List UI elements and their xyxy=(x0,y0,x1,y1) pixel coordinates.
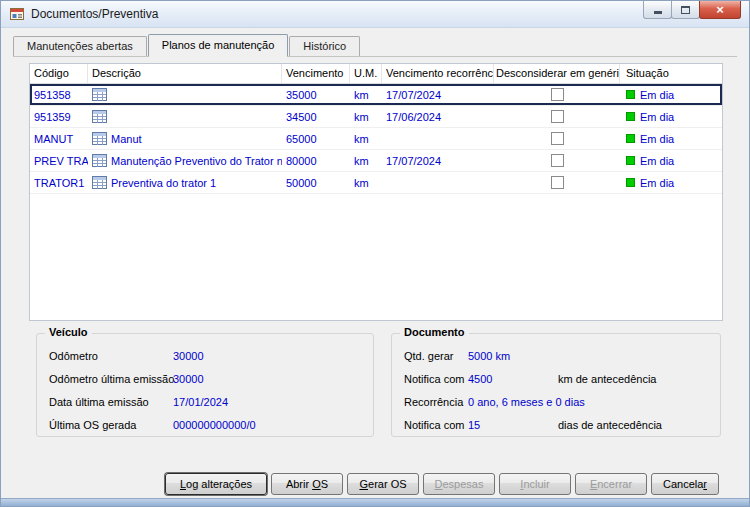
status-text: Em dia xyxy=(640,177,674,189)
tab-strip: Manutenções abertas Planos de manutenção… xyxy=(13,34,737,57)
field-label: Data última emissão xyxy=(49,396,173,408)
title-bar[interactable]: Documentos/Preventiva xyxy=(1,1,749,28)
field-value: 0 ano, 6 meses e 0 dias xyxy=(468,396,585,408)
desconsiderar-checkbox[interactable] xyxy=(551,132,564,145)
button-label: ncerrar xyxy=(597,478,632,490)
tab-planos-de-manutencao[interactable]: Planos de manutenção xyxy=(148,34,289,57)
tab-historico[interactable]: Histórico xyxy=(289,36,360,56)
status-green-icon xyxy=(626,90,635,99)
close-button[interactable] xyxy=(699,1,741,19)
cell-desconsiderar xyxy=(494,132,620,145)
button-label: S xyxy=(321,478,328,490)
descricao-text: Manutenção Preventivo do Trator nr 1 xyxy=(111,155,282,167)
table-row[interactable]: PREV TRAT1 Manutenção Preventivo do Trat… xyxy=(30,150,722,172)
button-label: G xyxy=(359,478,368,490)
encerrar-button: Encerrar xyxy=(575,473,647,495)
window-bottom-border xyxy=(1,498,749,506)
field-value: 15 xyxy=(468,419,558,431)
field-row: Data última emissão17/01/2024 xyxy=(49,396,373,419)
maximize-icon xyxy=(681,6,690,14)
column-header-situacao[interactable]: Situação xyxy=(620,64,722,83)
status-text: Em dia xyxy=(640,133,674,145)
field-label: Recorrência xyxy=(404,396,468,408)
cell-situacao: Em dia xyxy=(620,89,722,101)
status-green-icon xyxy=(626,156,635,165)
plan-icon xyxy=(92,176,107,189)
cell-desconsiderar xyxy=(494,176,620,189)
field-label: Odômetro última emissão xyxy=(49,373,173,385)
field-value: 4500 xyxy=(468,373,558,385)
documento-groupbox: Documento Qtd. gerar5000 km Notifica com… xyxy=(391,333,721,437)
table-row[interactable]: MANUT Manut 65000 km Em dia xyxy=(30,128,722,150)
status-green-icon xyxy=(626,134,635,143)
documento-title: Documento xyxy=(400,326,469,338)
cell-descricao xyxy=(88,88,282,101)
veiculo-title: Veículo xyxy=(45,326,92,338)
field-suffix: km de antecedência xyxy=(558,373,656,385)
table-row[interactable]: TRATOR1 Preventiva do trator 1 50000 km … xyxy=(30,172,722,194)
desconsiderar-checkbox[interactable] xyxy=(551,176,564,189)
button-label: espesas xyxy=(442,478,483,490)
field-label: Qtd. gerar xyxy=(404,350,468,362)
button-label: og alterações xyxy=(186,478,252,490)
log-alteracoes-button[interactable]: Log alterações xyxy=(165,473,267,495)
field-suffix: dias de antecedência xyxy=(558,419,662,431)
minimize-button[interactable] xyxy=(643,1,672,19)
button-label: ncluir xyxy=(523,478,549,490)
field-value: 30000 xyxy=(173,373,204,385)
cell-um: km xyxy=(350,133,382,145)
cell-um: km xyxy=(350,177,382,189)
tab-manutencoes-abertas[interactable]: Manutenções abertas xyxy=(13,36,147,56)
cell-recorrencia: 17/07/2024 xyxy=(382,155,494,167)
status-text: Em dia xyxy=(640,111,674,123)
cell-situacao: Em dia xyxy=(620,155,722,167)
cell-codigo: TRATOR1 xyxy=(30,177,88,189)
cell-descricao: Preventiva do trator 1 xyxy=(88,176,282,189)
field-label: Notifica com xyxy=(404,419,468,431)
descricao-text: Preventiva do trator 1 xyxy=(111,177,216,189)
column-header-descricao[interactable]: Descrição xyxy=(88,64,282,83)
cell-um: km xyxy=(350,89,382,101)
column-header-vencimento[interactable]: Vencimento xyxy=(282,64,350,83)
plan-icon xyxy=(92,154,107,167)
plan-icon xyxy=(92,132,107,145)
plan-icon xyxy=(92,110,107,123)
field-value: 5000 km xyxy=(468,350,558,362)
desconsiderar-checkbox[interactable] xyxy=(551,88,564,101)
button-label: O xyxy=(312,478,321,490)
cell-recorrencia: 17/06/2024 xyxy=(382,111,494,123)
abrir-os-button[interactable]: Abrir OS xyxy=(271,473,343,495)
gerar-os-button[interactable]: Gerar OS xyxy=(347,473,419,495)
desconsiderar-checkbox[interactable] xyxy=(551,154,564,167)
close-icon xyxy=(716,2,724,18)
despesas-button: Despesas xyxy=(423,473,495,495)
column-header-vencimento-recorrencia[interactable]: Vencimento recorrência xyxy=(382,64,494,83)
table-body: 951358 35000 km 17/07/2024 Em dia 951359 xyxy=(30,84,722,194)
status-text: Em dia xyxy=(640,155,674,167)
button-label: r xyxy=(703,478,707,490)
field-row: Recorrência0 ano, 6 meses e 0 dias xyxy=(404,396,720,419)
descricao-text: Manut xyxy=(111,133,142,145)
table-row[interactable]: 951358 35000 km 17/07/2024 Em dia xyxy=(30,84,722,106)
plan-icon xyxy=(92,88,107,101)
field-value: 17/01/2024 xyxy=(173,396,228,408)
app-icon xyxy=(9,6,25,22)
desconsiderar-checkbox[interactable] xyxy=(551,110,564,123)
status-green-icon xyxy=(626,178,635,187)
column-header-codigo[interactable]: Código xyxy=(30,64,88,83)
cell-codigo: 951358 xyxy=(30,89,88,101)
button-label: D xyxy=(435,478,443,490)
window-controls xyxy=(644,1,741,19)
button-label: Cancela xyxy=(663,478,703,490)
button-label: E xyxy=(590,478,597,490)
table-row[interactable]: 951359 34500 km 17/06/2024 Em dia xyxy=(30,106,722,128)
cancelar-button[interactable]: Cancelar xyxy=(651,473,719,495)
column-header-desconsiderar[interactable]: Desconsiderar em genérico xyxy=(494,64,620,83)
cell-vencimento: 35000 xyxy=(282,89,350,101)
field-row: Notifica com15dias de antecedência xyxy=(404,419,720,442)
column-header-um[interactable]: U.M. xyxy=(350,64,382,83)
maximize-button[interactable] xyxy=(671,1,700,19)
field-row: Odômetro30000 xyxy=(49,350,373,373)
field-value: 30000 xyxy=(173,350,204,362)
veiculo-groupbox: Veículo Odômetro30000 Odômetro última em… xyxy=(36,333,374,437)
